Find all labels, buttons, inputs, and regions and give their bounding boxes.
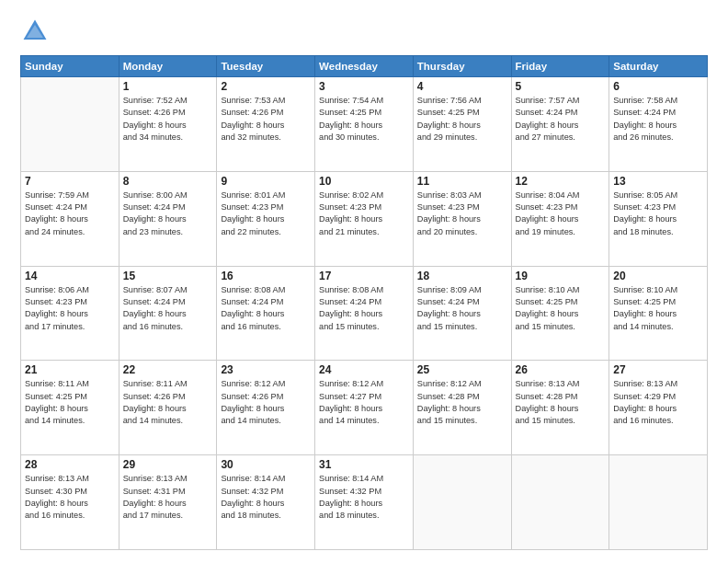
calendar-cell (21, 77, 119, 172)
calendar-cell: 5Sunrise: 7:57 AMSunset: 4:24 PMDaylight… (511, 77, 609, 172)
day-info: Sunrise: 7:56 AMSunset: 4:25 PMDaylight:… (417, 95, 507, 144)
calendar-week-row: 21Sunrise: 8:11 AMSunset: 4:25 PMDayligh… (21, 361, 708, 455)
day-number: 29 (123, 458, 213, 471)
day-number: 31 (319, 458, 409, 471)
calendar-cell: 13Sunrise: 8:05 AMSunset: 4:23 PMDayligh… (609, 171, 708, 266)
calendar-cell: 20Sunrise: 8:10 AMSunset: 4:25 PMDayligh… (609, 266, 708, 361)
day-info: Sunrise: 7:59 AMSunset: 4:24 PMDaylight:… (25, 190, 115, 238)
weekday-header: Saturday (609, 56, 708, 77)
calendar-cell: 28Sunrise: 8:13 AMSunset: 4:30 PMDayligh… (21, 455, 119, 550)
calendar-table: SundayMondayTuesdayWednesdayThursdayFrid… (20, 55, 708, 550)
day-number: 17 (319, 270, 409, 282)
calendar-cell: 21Sunrise: 8:11 AMSunset: 4:25 PMDayligh… (21, 361, 119, 455)
day-info: Sunrise: 8:07 AMSunset: 4:24 PMDaylight:… (123, 284, 213, 333)
weekday-header: Tuesday (217, 56, 315, 77)
day-number: 30 (221, 458, 311, 471)
weekday-header: Monday (119, 56, 217, 77)
weekday-header: Sunday (21, 56, 119, 77)
day-number: 20 (613, 270, 703, 282)
calendar-cell: 8Sunrise: 8:00 AMSunset: 4:24 PMDaylight… (119, 171, 217, 266)
day-number: 9 (221, 175, 311, 188)
day-info: Sunrise: 8:08 AMSunset: 4:24 PMDaylight:… (221, 284, 311, 333)
weekday-header: Thursday (413, 56, 511, 77)
calendar-week-row: 1Sunrise: 7:52 AMSunset: 4:26 PMDaylight… (21, 77, 708, 172)
calendar-cell: 24Sunrise: 8:12 AMSunset: 4:27 PMDayligh… (315, 361, 414, 455)
day-number: 4 (417, 80, 507, 93)
day-info: Sunrise: 8:13 AMSunset: 4:28 PMDaylight:… (516, 378, 606, 427)
calendar-cell (511, 455, 609, 550)
calendar-cell: 29Sunrise: 8:13 AMSunset: 4:31 PMDayligh… (119, 455, 217, 550)
calendar-cell: 31Sunrise: 8:14 AMSunset: 4:32 PMDayligh… (315, 455, 414, 550)
calendar-cell: 23Sunrise: 8:12 AMSunset: 4:26 PMDayligh… (217, 361, 315, 455)
day-number: 23 (221, 363, 311, 376)
day-info: Sunrise: 8:03 AMSunset: 4:23 PMDaylight:… (417, 190, 507, 238)
calendar-cell: 15Sunrise: 8:07 AMSunset: 4:24 PMDayligh… (119, 266, 217, 361)
calendar-week-row: 7Sunrise: 7:59 AMSunset: 4:24 PMDaylight… (21, 171, 708, 266)
weekday-header: Wednesday (315, 56, 414, 77)
logo-icon (20, 17, 50, 46)
day-info: Sunrise: 7:54 AMSunset: 4:25 PMDaylight:… (319, 95, 409, 144)
day-number: 3 (319, 80, 409, 93)
day-number: 26 (516, 363, 606, 376)
calendar-cell: 7Sunrise: 7:59 AMSunset: 4:24 PMDaylight… (21, 171, 119, 266)
day-info: Sunrise: 7:57 AMSunset: 4:24 PMDaylight:… (516, 95, 606, 144)
calendar-cell: 26Sunrise: 8:13 AMSunset: 4:28 PMDayligh… (511, 361, 609, 455)
day-number: 22 (123, 363, 213, 376)
calendar-cell: 11Sunrise: 8:03 AMSunset: 4:23 PMDayligh… (413, 171, 511, 266)
calendar-cell: 25Sunrise: 8:12 AMSunset: 4:28 PMDayligh… (413, 361, 511, 455)
day-number: 27 (613, 363, 703, 376)
day-info: Sunrise: 8:14 AMSunset: 4:32 PMDaylight:… (221, 473, 311, 522)
day-info: Sunrise: 8:10 AMSunset: 4:25 PMDaylight:… (613, 284, 703, 333)
day-number: 14 (25, 270, 115, 282)
calendar-cell: 10Sunrise: 8:02 AMSunset: 4:23 PMDayligh… (315, 171, 414, 266)
day-number: 21 (25, 363, 115, 376)
day-info: Sunrise: 8:08 AMSunset: 4:24 PMDaylight:… (319, 284, 409, 333)
day-number: 28 (25, 458, 115, 471)
day-info: Sunrise: 8:04 AMSunset: 4:23 PMDaylight:… (516, 190, 606, 238)
day-info: Sunrise: 7:53 AMSunset: 4:26 PMDaylight:… (221, 95, 311, 144)
day-number: 5 (516, 80, 606, 93)
day-number: 13 (613, 175, 703, 188)
page: SundayMondayTuesdayWednesdayThursdayFrid… (0, 0, 728, 563)
calendar-cell: 9Sunrise: 8:01 AMSunset: 4:23 PMDaylight… (217, 171, 315, 266)
calendar-week-row: 14Sunrise: 8:06 AMSunset: 4:23 PMDayligh… (21, 266, 708, 361)
calendar-cell: 19Sunrise: 8:10 AMSunset: 4:25 PMDayligh… (511, 266, 609, 361)
day-info: Sunrise: 7:52 AMSunset: 4:26 PMDaylight:… (123, 95, 213, 144)
day-number: 11 (417, 175, 507, 188)
day-number: 7 (25, 175, 115, 188)
day-number: 18 (417, 270, 507, 282)
calendar-cell: 16Sunrise: 8:08 AMSunset: 4:24 PMDayligh… (217, 266, 315, 361)
day-info: Sunrise: 8:11 AMSunset: 4:26 PMDaylight:… (123, 378, 213, 427)
calendar-cell: 3Sunrise: 7:54 AMSunset: 4:25 PMDaylight… (315, 77, 414, 172)
day-info: Sunrise: 8:12 AMSunset: 4:26 PMDaylight:… (221, 378, 311, 427)
day-info: Sunrise: 8:13 AMSunset: 4:31 PMDaylight:… (123, 473, 213, 522)
day-info: Sunrise: 7:58 AMSunset: 4:24 PMDaylight:… (613, 95, 703, 144)
day-info: Sunrise: 8:10 AMSunset: 4:25 PMDaylight:… (516, 284, 606, 333)
weekday-header: Friday (511, 56, 609, 77)
calendar-cell (609, 455, 708, 550)
calendar-cell: 2Sunrise: 7:53 AMSunset: 4:26 PMDaylight… (217, 77, 315, 172)
day-info: Sunrise: 8:06 AMSunset: 4:23 PMDaylight:… (25, 284, 115, 333)
day-info: Sunrise: 8:12 AMSunset: 4:28 PMDaylight:… (417, 378, 507, 427)
calendar-cell: 1Sunrise: 7:52 AMSunset: 4:26 PMDaylight… (119, 77, 217, 172)
calendar-cell: 30Sunrise: 8:14 AMSunset: 4:32 PMDayligh… (217, 455, 315, 550)
day-info: Sunrise: 8:13 AMSunset: 4:30 PMDaylight:… (25, 473, 115, 522)
day-number: 8 (123, 175, 213, 188)
calendar-cell: 22Sunrise: 8:11 AMSunset: 4:26 PMDayligh… (119, 361, 217, 455)
day-info: Sunrise: 8:12 AMSunset: 4:27 PMDaylight:… (319, 378, 409, 427)
day-info: Sunrise: 8:02 AMSunset: 4:23 PMDaylight:… (319, 190, 409, 238)
calendar-week-row: 28Sunrise: 8:13 AMSunset: 4:30 PMDayligh… (21, 455, 708, 550)
day-number: 15 (123, 270, 213, 282)
day-number: 6 (613, 80, 703, 93)
day-number: 10 (319, 175, 409, 188)
calendar-cell: 27Sunrise: 8:13 AMSunset: 4:29 PMDayligh… (609, 361, 708, 455)
calendar-cell: 4Sunrise: 7:56 AMSunset: 4:25 PMDaylight… (413, 77, 511, 172)
day-number: 12 (516, 175, 606, 188)
day-info: Sunrise: 8:00 AMSunset: 4:24 PMDaylight:… (123, 190, 213, 238)
calendar-cell: 12Sunrise: 8:04 AMSunset: 4:23 PMDayligh… (511, 171, 609, 266)
day-info: Sunrise: 8:01 AMSunset: 4:23 PMDaylight:… (221, 190, 311, 238)
day-number: 2 (221, 80, 311, 93)
calendar-cell: 17Sunrise: 8:08 AMSunset: 4:24 PMDayligh… (315, 266, 414, 361)
logo (20, 17, 53, 46)
day-number: 1 (123, 80, 213, 93)
